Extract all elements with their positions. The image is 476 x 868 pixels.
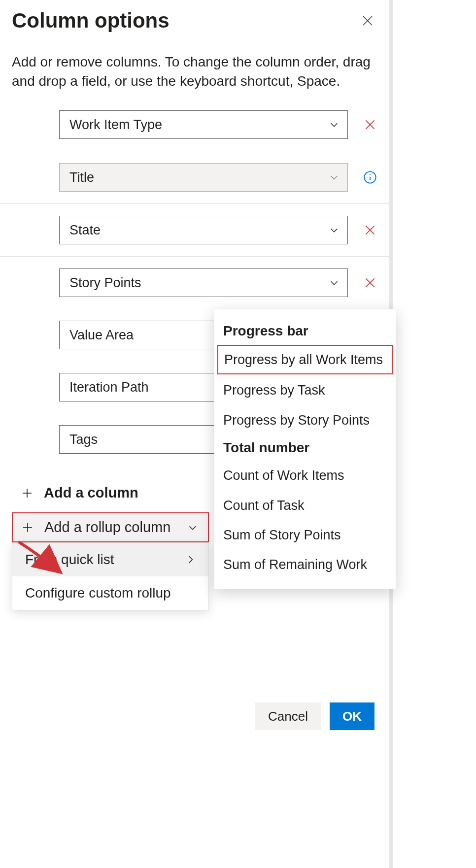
column-row: Work Item Type <box>0 110 389 151</box>
column-dropdown[interactable]: Story Points <box>59 268 348 297</box>
remove-column-button[interactable] <box>363 117 377 132</box>
submenu-from-quick-list[interactable]: From quick list <box>12 543 208 576</box>
chevron-down-icon <box>187 522 198 533</box>
submenu-label: Configure custom rollup <box>25 585 171 601</box>
rollup-quicklist-flyout: Progress bar Progress by all Work Items … <box>214 309 396 589</box>
flyout-item[interactable]: Progress by Task <box>214 375 396 405</box>
panel-title: Column options <box>12 9 170 33</box>
close-icon <box>364 224 376 236</box>
remove-column-button[interactable] <box>363 275 377 290</box>
column-dropdown-label: Story Points <box>69 275 141 291</box>
flyout-item[interactable]: Sum of Story Points <box>214 520 396 550</box>
column-row: Title <box>0 151 389 204</box>
panel-description: Add or remove columns. To change the col… <box>12 52 377 91</box>
plus-icon <box>22 522 34 534</box>
column-dropdown-label: Value Area <box>69 328 134 343</box>
rollup-submenu: From quick list Configure custom rollup <box>12 542 209 610</box>
column-dropdown[interactable]: State <box>59 216 348 244</box>
chevron-down-icon <box>329 172 340 183</box>
column-row: State <box>0 204 389 257</box>
close-icon <box>364 276 376 289</box>
flyout-section-header: Progress bar <box>214 318 396 344</box>
ok-button[interactable]: OK <box>330 702 374 730</box>
close-icon <box>364 118 376 131</box>
chevron-down-icon <box>329 277 340 288</box>
info-icon <box>363 170 377 184</box>
add-column-button[interactable]: Add a column <box>12 478 148 507</box>
column-info-button[interactable] <box>363 170 377 185</box>
flyout-item[interactable]: Sum of Remaining Work <box>214 550 396 579</box>
right-gutter <box>389 0 476 868</box>
svg-point-6 <box>370 174 371 175</box>
column-dropdown-label: Tags <box>69 432 98 447</box>
column-dropdown-label: Work Item Type <box>69 117 162 133</box>
chevron-down-icon <box>329 225 340 235</box>
column-row: Story Points <box>0 257 389 309</box>
add-column-label: Add a column <box>44 485 138 501</box>
chevron-down-icon <box>329 119 340 130</box>
submenu-label: From quick list <box>25 552 114 568</box>
column-dropdown[interactable]: Work Item Type <box>59 110 348 139</box>
chevron-right-icon <box>186 555 196 565</box>
plus-icon <box>21 487 33 499</box>
remove-column-button[interactable] <box>363 223 377 237</box>
flyout-section-header: Total number <box>214 435 396 461</box>
add-rollup-column-button[interactable]: Add a rollup column <box>12 512 209 542</box>
close-button[interactable] <box>358 11 377 31</box>
column-dropdown[interactable]: Title <box>59 163 348 192</box>
flyout-item[interactable]: Count of Task <box>214 491 396 520</box>
flyout-item[interactable]: Count of Work Items <box>214 461 396 490</box>
panel-header: Column options <box>12 9 377 33</box>
column-dropdown-label: State <box>69 223 101 238</box>
cancel-button[interactable]: Cancel <box>255 702 321 730</box>
close-icon <box>362 15 374 27</box>
submenu-configure-custom[interactable]: Configure custom rollup <box>12 576 208 610</box>
flyout-item[interactable]: Progress by Story Points <box>214 405 396 435</box>
column-dropdown-label: Title <box>69 170 94 185</box>
panel-footer: Cancel OK <box>255 702 374 730</box>
add-rollup-label: Add a rollup column <box>44 519 176 535</box>
column-dropdown-label: Iteration Path <box>69 380 149 395</box>
flyout-item[interactable]: Progress by all Work Items <box>217 345 393 374</box>
